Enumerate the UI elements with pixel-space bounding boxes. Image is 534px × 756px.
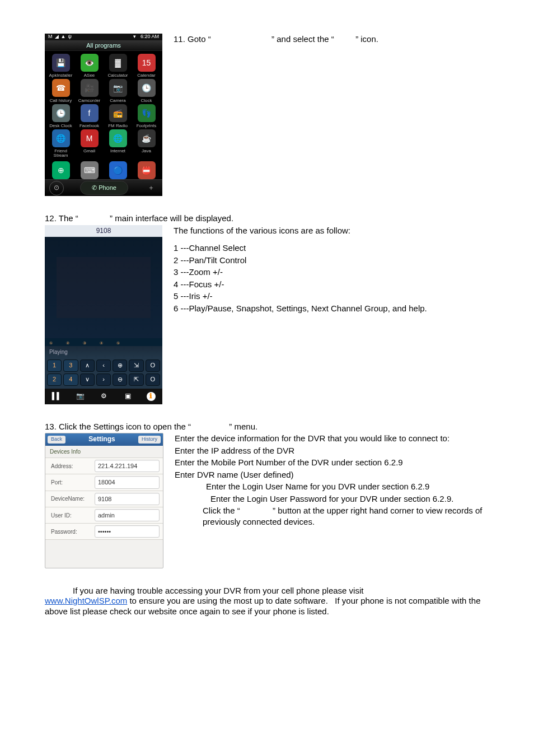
help-icon[interactable]: ℹ xyxy=(147,392,156,401)
dock: ⊙ ✆ Phone ＋ xyxy=(45,179,162,196)
app-java[interactable]: ☕Java xyxy=(133,129,160,158)
signal-icon: ◢ xyxy=(55,34,59,40)
control-rows: 13∧‹⊕⇲O 24∨›⊖⇱O xyxy=(45,358,162,389)
settings-key: Password: xyxy=(45,525,95,539)
app-icon: 🕒 xyxy=(52,104,70,122)
app-icon: ☎ xyxy=(52,79,70,97)
phone-label: Phone xyxy=(99,184,116,191)
note-a: If you are having trouble accessing your… xyxy=(73,586,363,595)
settings-icon[interactable]: ⚙ xyxy=(99,391,109,402)
nightowl-link[interactable]: www.NightOwlSP.com xyxy=(45,596,127,605)
app-desk-clock[interactable]: 🕒Desk Clock xyxy=(47,104,74,128)
app-row5-3[interactable]: 📛 xyxy=(133,161,160,179)
app-row5-2[interactable]: 🔵 xyxy=(104,161,132,179)
app-icon: 🕒 xyxy=(138,79,156,97)
ctrl-btn[interactable]: 1 xyxy=(47,360,62,372)
phone-button[interactable]: ✆ Phone xyxy=(80,181,128,194)
settings-value-input[interactable]: •••••• xyxy=(95,525,160,538)
settings-key: Address: xyxy=(45,459,95,473)
step13-l5a: Click the “ xyxy=(203,506,240,515)
ctrl-btn[interactable]: ∨ xyxy=(80,374,95,386)
app-row5-0[interactable]: ⊕ xyxy=(47,161,74,179)
screenshot-asee-main: 9108 ①②③④⑤ Playing 13∧‹⊕⇲O 24∨›⊖⇱O ▌▌📷⚙▣… xyxy=(45,225,162,404)
back-button[interactable]: Back xyxy=(48,436,65,444)
ctrl-btn[interactable]: › xyxy=(96,374,111,386)
app-label: Calculator xyxy=(107,73,128,78)
ctrl-btn[interactable]: ⊖ xyxy=(113,374,127,386)
app-calculator[interactable]: ▓Calculator xyxy=(104,54,132,78)
ctrl-btn[interactable]: O xyxy=(146,360,160,372)
ctrl-btn[interactable]: ∧ xyxy=(80,360,95,372)
app-clock[interactable]: 🕒Clock xyxy=(133,79,160,103)
ctrl-btn[interactable]: ⊕ xyxy=(113,360,127,372)
app-friend-stream[interactable]: 🌐Friend Stream xyxy=(47,129,74,158)
settings-value-input[interactable]: 221.4.221.194 xyxy=(95,460,160,472)
app-label: ApkInstaller xyxy=(49,73,73,78)
step-11-text: 11. Goto “ ” and select the “ ” icon. xyxy=(174,34,489,46)
step12-a: 12. The “ xyxy=(45,213,78,223)
ctrl-btn[interactable]: 3 xyxy=(63,360,78,372)
wifi-icon: ▾ xyxy=(133,34,136,40)
ctrl-btn[interactable]: 4 xyxy=(63,374,78,386)
app-call-history[interactable]: ☎Call history xyxy=(47,79,74,103)
phone-icon: ✆ xyxy=(92,184,99,191)
settings-header: Back Settings History xyxy=(45,433,163,446)
step12-list: 1 ---Channel Select2 ---Pan/Tilt Control… xyxy=(174,242,489,314)
settings-value-input[interactable]: 18004 xyxy=(95,476,160,488)
app-icon: ☕ xyxy=(138,129,156,147)
app-label: Calendar xyxy=(137,73,155,78)
app-label: Camera xyxy=(110,99,125,103)
app-apkinstaller[interactable]: 💾ApkInstaller xyxy=(47,54,74,78)
dock-left-icon[interactable]: ⊙ xyxy=(49,181,64,195)
step13-a: 13. Click the Settings icon to open the … xyxy=(45,422,191,431)
history-button[interactable]: History xyxy=(138,436,161,444)
step13-l1: Enter the Mobile Port Number of the DVR … xyxy=(175,458,403,467)
icon-function-line: 1 ---Channel Select xyxy=(174,242,489,254)
app-fm-radio[interactable]: 📻FM Radio xyxy=(104,104,132,128)
settings-value-input[interactable]: admin xyxy=(95,509,160,521)
icon-function-line: 3 ---Zoom +/- xyxy=(174,267,489,278)
ctrl-btn[interactable]: ‹ xyxy=(96,360,111,372)
circled-num-5: ⑤ xyxy=(116,340,120,346)
icon-function-line: 5 ---Iris +/- xyxy=(174,291,489,302)
snapshot-icon[interactable]: 📷 xyxy=(76,391,86,402)
app-facebook[interactable]: fFacebook xyxy=(76,104,103,128)
ctrl-btn[interactable]: ⇲ xyxy=(129,360,143,372)
ctrl-btn[interactable]: O xyxy=(146,374,160,386)
app-camera[interactable]: 📷Camera xyxy=(104,79,132,103)
step-13-row: Back Settings History Devices Info Addre… xyxy=(45,433,489,568)
play-pause-icon[interactable]: ▌▌ xyxy=(51,391,62,402)
app-icon: ⊕ xyxy=(52,161,70,179)
settings-value-input[interactable]: 9108 xyxy=(95,493,160,505)
dock-add-icon[interactable]: ＋ xyxy=(144,181,158,195)
app-icon: 📛 xyxy=(138,161,156,179)
step-11-row: M ◢ ▲ ψ ▾ 6:20 AM All programs 💾ApkInsta… xyxy=(45,34,489,196)
settings-row-address: Address:221.4.221.194 xyxy=(45,458,163,474)
app-row5-1[interactable]: ⌨ xyxy=(76,161,103,179)
app-footprints[interactable]: 👣Footprints xyxy=(133,104,160,128)
screenshot-settings: Back Settings History Devices Info Addre… xyxy=(45,433,163,568)
app-label: Desk Clock xyxy=(49,124,72,128)
app-gmail[interactable]: MGmail xyxy=(76,129,103,158)
app-label: Call history xyxy=(50,99,72,103)
app-icon: M xyxy=(81,129,99,147)
app-icon: 15 xyxy=(138,54,156,72)
settings-row-port: Port:18004 xyxy=(45,474,163,490)
app-calendar[interactable]: 15Calendar xyxy=(133,54,160,78)
step11-a: 11. Goto “ xyxy=(174,34,211,44)
app-label: Gmail xyxy=(83,149,95,153)
app-internet[interactable]: 🌐Internet xyxy=(104,129,132,158)
circled-num-2: ② xyxy=(66,340,69,346)
settings-row-password: Password:•••••• xyxy=(45,523,163,540)
settings-key: Port: xyxy=(45,475,95,489)
ctrl-btn[interactable]: 2 xyxy=(47,374,62,386)
next-group-icon[interactable]: ▣ xyxy=(123,391,133,402)
step13-l4: Enter the Login User Password for your D… xyxy=(210,494,453,503)
ctrl-btn[interactable]: ⇱ xyxy=(129,374,143,386)
step12-subtitle: The functions of the various icons are a… xyxy=(174,225,489,236)
step13-intro: Enter the device information for the DVR… xyxy=(175,433,489,444)
app-icon: 🌐 xyxy=(109,129,127,147)
settings-row-devicename: DeviceName:9108 xyxy=(45,491,163,507)
app-asee[interactable]: 👁️ASee xyxy=(76,54,103,78)
app-camcorder[interactable]: 🎥Camcorder xyxy=(76,79,103,103)
